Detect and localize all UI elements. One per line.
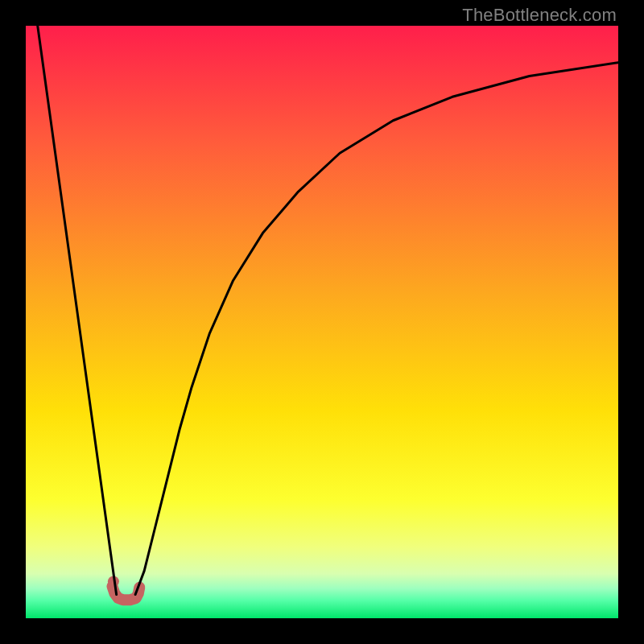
watermark-text: TheBottleneck.com <box>462 5 617 26</box>
plot-area <box>26 26 618 618</box>
gradient-background <box>26 26 618 618</box>
chart-svg <box>26 26 618 618</box>
chart-frame: TheBottleneck.com <box>0 0 644 644</box>
